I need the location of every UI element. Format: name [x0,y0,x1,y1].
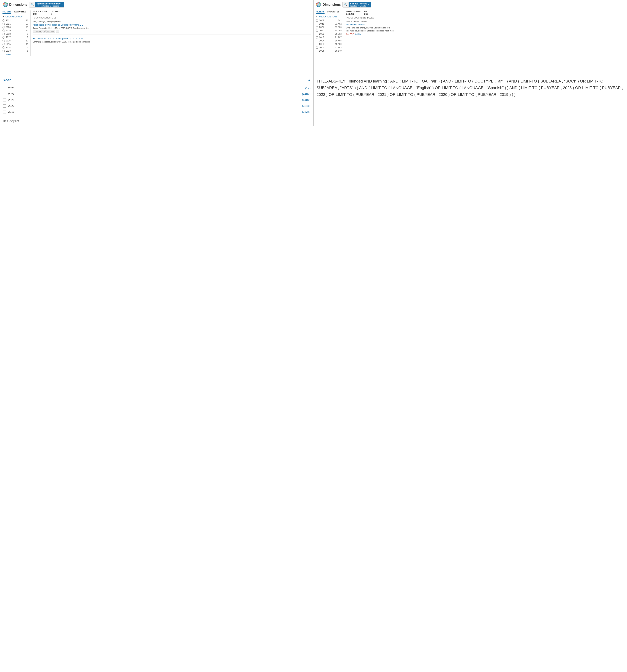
left-year-count: 28 [26,26,28,28]
left-year-item: 2014 3 [2,46,28,49]
bottom-year-value: 2023 [8,87,305,90]
right-results-col: PUBLICATIONS 340,222 DA 360 POLICY DOCUM… [344,10,627,53]
bottom-year-count: (1) [305,87,309,90]
bottom-year-checkbox[interactable] [3,98,6,102]
bottom-year-arrow-icon[interactable]: › [309,104,310,108]
bottom-year-checkbox[interactable] [3,93,6,96]
right-year-radio[interactable] [316,50,318,52]
left-search-tag: aprendizaje combinado Free text in title… [36,2,64,7]
left-pub-year-section[interactable]: ∨ PUBLICATION YEAR [2,16,28,18]
right-year-label: 2018 [319,36,335,39]
left-year-radio[interactable] [2,50,5,52]
left-search-close-icon[interactable]: × [61,3,63,6]
left-favorites-tab[interactable]: FAVORITES [14,10,26,14]
left-year-radio[interactable] [2,19,5,22]
right-dataset-count: 360 [364,13,368,15]
right-search-bar[interactable]: 🔍 blended learning Free text in full dat… [343,2,371,7]
right-year-count: 15,549 [335,50,342,52]
right-year-radio[interactable] [316,46,318,49]
left-results-stats: PUBLICATIONS 149 DATASET 0 [33,10,311,15]
right-favorites-tab[interactable]: FAVORITES [327,10,339,14]
left-year-label: 2021 [6,23,26,25]
right-publications-count: 340,222 [346,13,361,15]
left-year-item: 2020 28 [2,26,28,28]
left-year-radio[interactable] [2,33,5,35]
right-pub-year-section[interactable]: ∨ PUBLICATION YEAR [316,16,342,18]
left-year-radio[interactable] [2,40,5,42]
right-policy-stat: POLICY DOCUMENTS 142,298 [346,17,625,19]
right-logo: Dimensions [316,2,341,7]
bottom-year-checkbox[interactable] [3,104,6,107]
right-year-label: 2014 [319,50,335,52]
bottom-year-arrow-icon[interactable]: › [309,87,310,90]
left-year-item: 2018 8 [2,33,28,35]
left-publications-count: 149 [33,13,47,15]
left-year-item: 2017 7 [2,36,28,39]
left-search-bar[interactable]: 🔍 aprendizaje combinado Free text in tit… [29,2,64,7]
right-search-close-icon[interactable]: × [368,3,369,6]
right-dataset-stat: DA 360 [364,10,368,15]
right-search-button[interactable]: 🔍 [343,2,349,7]
right-year-label: 2015 [319,46,335,49]
left-result-2-authors: Omar López Vargas, Luis Bayarc 2018, Tec… [33,41,311,43]
right-add-to-button[interactable]: Add to [355,33,361,35]
left-year-label: 2013 [6,50,27,52]
left-year-radio[interactable] [2,43,5,45]
right-filters-col: FILTERS FAVORITES ∨ PUBLICATION YEAR 202… [314,10,344,53]
right-result-1-meta: Title, Author(s), Bibliogra [346,20,625,22]
right-year-label: 2016 [319,43,335,45]
left-result-1-title[interactable]: Aprendizaje móvil y apren de Educación P… [33,24,83,26]
left-filters-col: FILTERS FAVORITES ∨ PUBLICATION YEAR 202… [0,10,30,56]
bottom-year-count-arrow: (1) › [305,87,310,90]
right-year-item: 2018 21,267 [316,36,342,39]
year-chevron-up-icon[interactable]: ∧ [308,78,310,82]
bottom-year-arrow-icon[interactable]: › [309,98,310,102]
in-scopus-label: In Scopus [3,119,310,123]
right-year-radio[interactable] [316,33,318,35]
left-more-link[interactable]: More [2,53,10,56]
bottom-year-count-arrow: (440) › [302,92,310,96]
right-filters-tab[interactable]: FILTERS [316,10,325,14]
right-year-radio[interactable] [316,19,318,22]
right-pub-year-link[interactable]: PUBLICATION YEAR [318,16,336,18]
bottom-year-count-arrow: (324) › [302,104,310,108]
bottom-year-checkbox[interactable] [3,87,6,90]
right-year-radio[interactable] [316,43,318,45]
right-year-item: 2023 342 [316,19,342,22]
right-year-radio[interactable] [316,36,318,39]
left-filters-tab[interactable]: FILTERS [2,10,11,14]
left-dataset-count: 0 [51,13,60,15]
left-pub-year-link[interactable]: PUBLICATION YEAR [5,16,23,18]
right-result-1-title[interactable]: Influence of blended [346,23,365,26]
left-year-item: 2019 17 [2,29,28,32]
right-publications-label: PUBLICATIONS [346,10,361,13]
left-search-tag-title: aprendizaje combinado [37,2,61,5]
left-year-count: 5 [27,50,28,52]
right-get-pdf-button[interactable]: Get PDF [346,33,354,35]
right-year-item: 2016 15,100 [316,43,342,45]
right-year-radio[interactable] [316,29,318,32]
right-year-radio[interactable] [316,40,318,42]
left-year-radio[interactable] [2,36,5,39]
left-year-item: 2013 5 [2,50,28,52]
left-year-radio[interactable] [2,46,5,49]
left-result-2-title[interactable]: Efecto diferencial de un ar de aprendiza… [33,37,83,40]
bottom-year-arrow-icon[interactable]: › [309,110,310,114]
right-year-label: 2019 [319,33,335,35]
left-year-radio[interactable] [2,26,5,28]
left-year-label: 2014 [6,46,27,49]
left-year-radio[interactable] [2,23,5,25]
bottom-year-item: 2020 (324) › [3,104,310,108]
right-year-count: 25,302 [335,33,342,35]
right-year-radio[interactable] [316,26,318,28]
right-year-radio[interactable] [316,23,318,25]
right-year-label: 2023 [319,19,338,22]
right-year-count: 38,095 [335,29,342,32]
left-search-button[interactable]: 🔍 [29,2,36,7]
bottom-year-checkbox[interactable] [3,110,6,114]
scopus-query: TITLE-ABS-KEY ( blended AND learning ) A… [317,78,624,98]
right-year-item: 2019 25,302 [316,33,342,35]
bottom-year-arrow-icon[interactable]: › [309,92,310,96]
right-result-1: Title, Author(s), Bibliogra Influence of… [346,20,625,37]
left-year-radio[interactable] [2,29,5,32]
